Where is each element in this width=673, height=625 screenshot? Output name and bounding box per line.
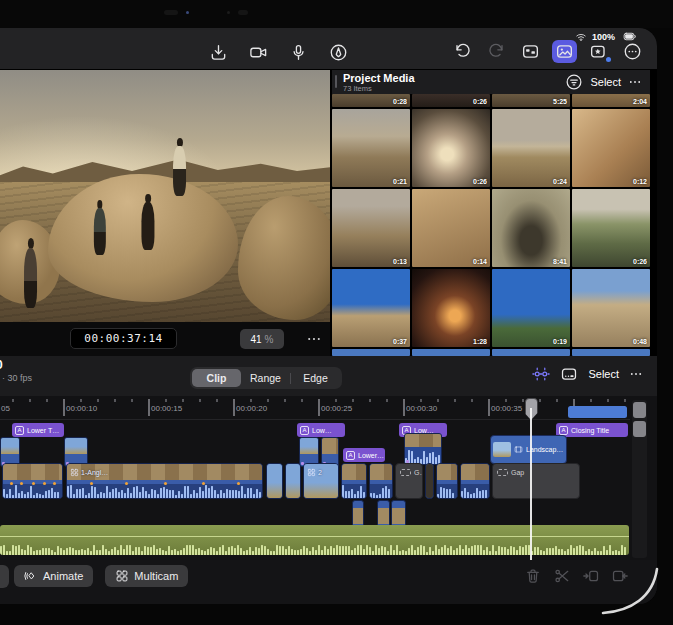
media-thumbnail[interactable]: 5:25 — [492, 94, 570, 107]
gap-clip[interactable]: Gap — [492, 463, 580, 499]
storyline-clip[interactable] — [2, 463, 63, 499]
gap-clip[interactable]: G… — [395, 463, 423, 499]
panel-drag-handle[interactable] — [335, 75, 337, 88]
tab-range[interactable]: Range — [241, 369, 290, 387]
storyline-clip[interactable] — [341, 463, 367, 499]
keyframe-dot[interactable] — [43, 482, 46, 485]
media-thumbnail[interactable]: 2:04 — [572, 94, 650, 107]
keyframe-dot[interactable] — [202, 482, 205, 485]
zoom-level-control[interactable]: 41 % — [240, 329, 284, 349]
keyframe-dot[interactable] — [90, 482, 93, 485]
media-thumbnail[interactable]: 8:41 — [492, 189, 570, 267]
keyframe-dot[interactable] — [125, 482, 128, 485]
media-more-button[interactable] — [628, 75, 642, 89]
viewer-more-button[interactable] — [306, 331, 322, 351]
title-clip[interactable]: ALower… — [343, 448, 385, 462]
ruler-tick — [471, 399, 473, 402]
media-thumbnail[interactable] — [492, 349, 570, 356]
media-thumbnail[interactable]: 0:21 — [332, 109, 410, 187]
connected-title-bar[interactable] — [568, 406, 627, 418]
storyline-clip[interactable]: 2 — [303, 463, 339, 499]
media-thumbnail[interactable]: 1:28 — [412, 269, 490, 347]
title-a-badge: A — [300, 426, 309, 435]
camera-button[interactable] — [246, 41, 271, 64]
media-thumbnail[interactable]: 0:26 — [412, 109, 490, 187]
magnetic-timeline-icon[interactable] — [532, 365, 550, 383]
media-browser-button[interactable] — [552, 40, 577, 63]
keyframe-dot[interactable] — [32, 482, 35, 485]
storyline-clip[interactable] — [425, 463, 434, 499]
scrollbar-segment[interactable] — [633, 402, 646, 418]
ipad-device: 100% 00:00:37:14 — [0, 0, 673, 625]
animate-button[interactable]: Animate — [14, 565, 93, 587]
media-thumbnail[interactable] — [332, 349, 410, 356]
timeline-select-button[interactable]: Select — [588, 368, 619, 380]
timeline-more-button[interactable] — [629, 367, 643, 381]
top-toolbar: 100% — [0, 28, 657, 70]
media-thumbnail[interactable]: 0:19 — [492, 269, 570, 347]
media-select-button[interactable]: Select — [590, 76, 621, 88]
effects-button[interactable] — [586, 40, 611, 63]
redo-button[interactable] — [484, 40, 509, 63]
undo-button[interactable] — [450, 40, 475, 63]
import-button[interactable] — [206, 41, 231, 64]
music-clip[interactable] — [0, 525, 629, 555]
timecode-display[interactable]: 00:00:37:14 — [70, 328, 177, 349]
landscape-clip[interactable]: Landscap… — [490, 435, 567, 464]
title-clip[interactable]: ALow… — [297, 423, 345, 437]
keyframe-dot[interactable] — [164, 482, 167, 485]
tab-clip[interactable]: Clip — [192, 369, 241, 387]
pencil-button[interactable] — [326, 41, 351, 64]
partial-button[interactable] — [0, 565, 9, 588]
media-thumbnail[interactable]: 0:37 — [332, 269, 410, 347]
media-thumbnail[interactable]: 0:14 — [412, 189, 490, 267]
title-clip[interactable]: ALower T… — [12, 423, 64, 437]
media-thumbnail[interactable]: 0:48 — [572, 269, 650, 347]
blade-button[interactable] — [553, 567, 571, 589]
keyframe-dot[interactable] — [10, 482, 13, 485]
media-thumbnail[interactable]: 0:28 — [332, 94, 410, 107]
connected-audio-clip[interactable] — [404, 433, 442, 465]
keyframe-dot[interactable] — [20, 482, 23, 485]
playhead-line — [530, 408, 532, 560]
media-thumbnail[interactable]: 0:24 — [492, 109, 570, 187]
thumbnail-duration: 1:28 — [473, 338, 487, 345]
viewer-canvas[interactable] — [0, 70, 330, 322]
media-thumbnail[interactable] — [572, 349, 650, 356]
gap-clip-label: Gap — [497, 469, 524, 476]
media-thumbnail[interactable]: 0:12 — [572, 109, 650, 187]
viewer-controls-bar: 00:00:37:14 41 % — [0, 322, 330, 356]
tab-edge[interactable]: Edge — [291, 369, 340, 387]
keyframe-dot[interactable] — [53, 482, 56, 485]
insert-button[interactable] — [582, 567, 600, 589]
clip-thumbnail — [437, 464, 457, 480]
clip-thumbnail — [493, 442, 511, 457]
storyline-clip[interactable] — [285, 463, 301, 499]
keyframe-dot[interactable] — [237, 482, 240, 485]
redo-icon — [487, 42, 506, 61]
multicam-button[interactable]: Multicam — [105, 565, 188, 587]
undo-icon — [453, 42, 472, 61]
more-button[interactable] — [620, 40, 645, 63]
media-thumbnail[interactable] — [412, 349, 490, 356]
media-thumbnail[interactable]: 0:26 — [572, 189, 650, 267]
inspector-button[interactable] — [518, 40, 543, 63]
trash-button[interactable] — [524, 567, 542, 589]
media-thumbnail[interactable]: 0:13 — [332, 189, 410, 267]
media-thumbnail[interactable]: 0:26 — [412, 94, 490, 107]
storyline-clip[interactable] — [460, 463, 490, 499]
viewer-panel: 00:00:37:14 41 % — [0, 70, 330, 356]
storyline-clip[interactable]: 1-Angl… — [66, 463, 263, 499]
timeline-scrollbar[interactable] — [632, 400, 647, 558]
filter-icon[interactable] — [565, 73, 583, 91]
ruler-tick — [454, 399, 456, 402]
media-thumbnail-grid: 0:280:265:252:040:210:260:240:120:130:14… — [332, 94, 650, 356]
clip-thumbnail — [65, 438, 87, 454]
storyline-clip[interactable] — [369, 463, 393, 499]
title-clip[interactable]: AClosing Title — [556, 423, 628, 437]
scrollbar-segment[interactable] — [633, 421, 646, 437]
mic-button[interactable] — [286, 41, 311, 64]
storyline-clip[interactable] — [266, 463, 283, 499]
clip-overview-icon[interactable] — [560, 365, 578, 383]
storyline-clip[interactable] — [436, 463, 458, 499]
